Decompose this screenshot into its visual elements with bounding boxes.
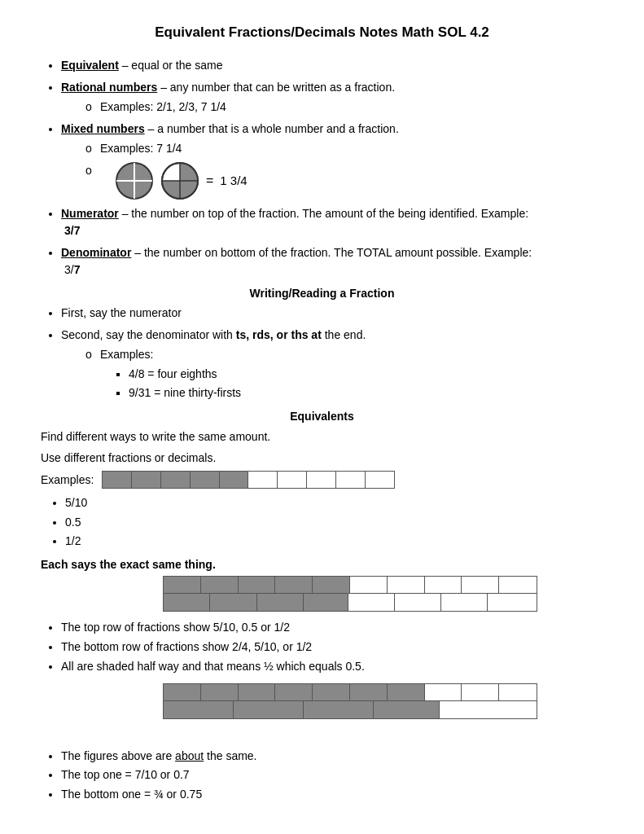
term-mixed: Mixed numbers	[61, 122, 145, 135]
page-title: Equivalent Fractions/Decimals Notes Math…	[41, 24, 603, 41]
b2-top-10	[499, 684, 537, 700]
bot-cell-4	[304, 594, 348, 611]
writing-bullet-2: Second, say the denominator with ts, rds…	[61, 327, 603, 402]
bot-cell-1	[164, 594, 210, 611]
bar-cell-8	[307, 472, 336, 488]
b2-top-3	[239, 684, 276, 700]
bar-cell-7	[278, 472, 307, 488]
rational-example: Examples: 2/1, 2/3, 7 1/4	[85, 98, 603, 116]
term-equivalent: Equivalent	[61, 59, 119, 72]
mixed-subitems: Examples: 7 1/4	[61, 139, 603, 200]
def-rational: – any number that can be written as a fr…	[157, 81, 395, 94]
b2-top-2	[201, 684, 239, 700]
equiv-bullet-3: 1/2	[65, 532, 603, 551]
b2-top-7	[388, 684, 425, 700]
top-cell-10	[499, 577, 537, 593]
equivalents-heading: Equivalents	[41, 410, 603, 423]
def-denominator: – the number on bottom of the fraction. …	[131, 246, 532, 259]
bot-cell-5	[348, 594, 395, 611]
b2-bot-2	[234, 701, 304, 718]
note-b2-1: The figures above are about the same.	[61, 747, 603, 766]
top-cell-6	[350, 577, 388, 593]
def-mixed: – a number that is a whole number and a …	[145, 122, 399, 135]
bot-cell-8	[488, 594, 532, 611]
bar-row-bottom	[163, 594, 537, 612]
equals-sign: =	[206, 170, 213, 191]
b2-bot-1	[164, 701, 234, 718]
bar-cell-9	[336, 472, 366, 488]
bar-cell-5	[220, 472, 249, 488]
top-cell-4	[275, 577, 313, 593]
bar-cell-6	[248, 472, 278, 488]
definition-rational: Rational numbers – any number that can b…	[61, 79, 603, 116]
note-bullets-2: The figures above are about the same. Th…	[41, 747, 603, 805]
full-circle-svg	[115, 161, 154, 200]
bar-cell-10	[366, 472, 395, 488]
top-cell-7	[388, 577, 425, 593]
def-equivalent: – equal or the same	[119, 59, 223, 72]
writing-sub-example-1: 4/8 = four eighths	[129, 365, 603, 383]
bot-cell-3	[257, 594, 304, 611]
examples-label-equiv: Examples:	[41, 473, 94, 486]
note-b2-2: The top one = 7/10 or 0.7	[61, 766, 603, 785]
top-cell-8	[425, 577, 462, 593]
writing-list: First, say the numerator Second, say the…	[41, 305, 603, 402]
note-3: All are shaded half way and that means ½…	[61, 657, 603, 677]
mixed-number-value: 1 3/4	[220, 171, 247, 191]
bar2-row-top	[163, 683, 537, 701]
definition-denominator: Denominator – the number on bottom of th…	[61, 244, 603, 279]
b2-bot-3	[304, 701, 374, 718]
each-says-heading: Each says the exact same thing.	[41, 558, 603, 571]
writing-examples-sub: Examples: 4/8 = four eighths 9/31 = nine…	[61, 345, 603, 402]
note-2: The bottom row of fractions show 2/4, 5/…	[61, 638, 603, 657]
bar-row-top	[163, 576, 537, 594]
b2-top-6	[350, 684, 388, 700]
equiv-bullet-1: 5/10	[65, 494, 603, 513]
b2-top-5	[313, 684, 350, 700]
full-circle	[115, 161, 154, 200]
term-denominator: Denominator	[61, 246, 131, 259]
definitions-list: Equivalent – equal or the same Rational …	[41, 57, 603, 279]
bar-cell-4	[191, 472, 220, 488]
equivalents-section: Find different ways to write the same am…	[41, 428, 603, 805]
mixed-example1: Examples: 7 1/4	[85, 139, 603, 157]
circle-diagram-row: = 1 3/4	[115, 161, 603, 200]
examples-label: Examples:	[100, 348, 153, 361]
b2-bot-4	[440, 701, 537, 718]
bar-cell-1	[103, 472, 132, 488]
b2-top-1	[164, 684, 201, 700]
examples-with-bar: Examples:	[41, 471, 603, 489]
definition-mixed: Mixed numbers – a number that is a whole…	[61, 121, 603, 200]
b2-top-8	[425, 684, 462, 700]
def-numerator: – the number on top of the fraction. The…	[119, 207, 528, 220]
bar-cell-2	[132, 472, 161, 488]
top-cell-9	[462, 577, 499, 593]
denominator-example: 3/7	[64, 263, 80, 276]
note-b2-3: The bottom one = ¾ or 0.75	[61, 785, 603, 805]
example-equivalents-bullets: 5/10 0.5 1/2	[41, 494, 603, 551]
numerator-example: 3/7	[64, 224, 80, 237]
about-underline: about	[175, 749, 204, 762]
second-bar-diagram	[163, 683, 603, 719]
three-quarter-svg	[160, 161, 199, 200]
bot-cell-7	[441, 594, 488, 611]
b2-bot-3b	[374, 701, 440, 718]
bar2-row-bottom	[163, 701, 537, 719]
note-bullets-1: The top row of fractions show 5/10, 0.5 …	[41, 618, 603, 676]
bar-cell-3	[161, 472, 191, 488]
writing-bullet-1: First, say the numerator	[61, 305, 603, 322]
top-cell-1	[164, 577, 201, 593]
rational-subitems: Examples: 2/1, 2/3, 7 1/4	[61, 98, 603, 116]
writing-sub-example-2: 9/31 = nine thirty-firsts	[129, 384, 603, 402]
term-numerator: Numerator	[61, 207, 119, 220]
mixed-circles-row: = 1 3/4	[85, 161, 603, 200]
second-bar-wrapper	[163, 683, 537, 719]
definition-equivalent: Equivalent – equal or the same	[61, 57, 603, 74]
b2-top-4	[275, 684, 313, 700]
definition-numerator: Numerator – the number on top of the fra…	[61, 205, 603, 239]
bot-cell-2	[210, 594, 256, 611]
writing-examples-label: Examples: 4/8 = four eighths 9/31 = nine…	[85, 345, 603, 402]
top-cell-2	[201, 577, 239, 593]
writing-sub-examples: 4/8 = four eighths 9/31 = nine thirty-fi…	[100, 365, 603, 402]
example-bar-10	[102, 471, 395, 489]
